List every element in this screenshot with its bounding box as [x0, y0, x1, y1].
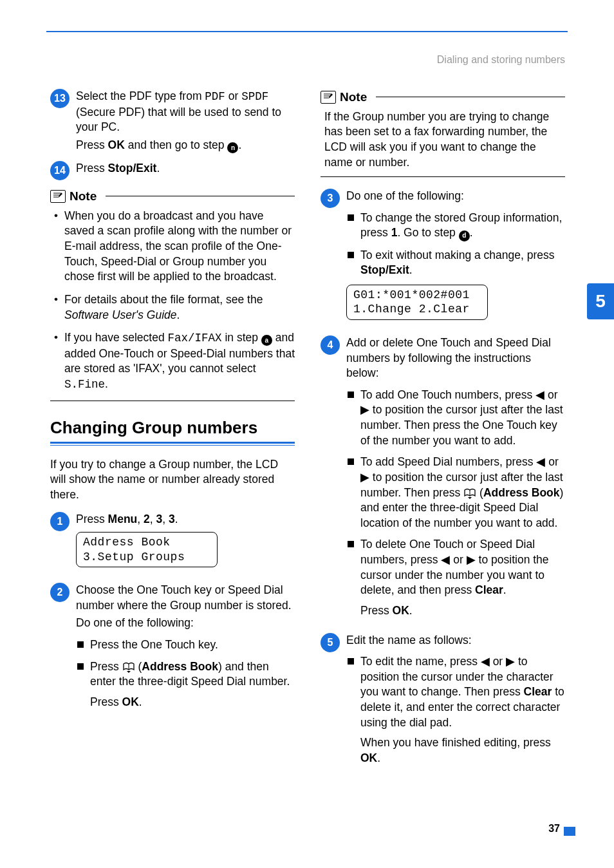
step-number-badge: 4	[321, 335, 340, 355]
ok-label: OK	[122, 695, 139, 708]
step-13-body: Select the PDF type from PDF or SPDF (Se…	[76, 89, 295, 153]
text: Press	[76, 162, 108, 175]
address-book-label: Address Book	[483, 486, 560, 499]
step-3: 3 Do one of the following: To change the…	[321, 189, 565, 328]
text: Press	[90, 695, 122, 708]
step-ref-icon: n	[227, 142, 238, 153]
menu-label: Menu	[108, 513, 138, 525]
heading-rule-thin	[50, 445, 295, 446]
text: To delete One Touch or Speed Dial number…	[360, 538, 549, 596]
list-item: To add One Touch numbers, press ◀ or ▶ t…	[346, 388, 565, 449]
step-4: 4 Add or delete One Touch and Speed Dial…	[321, 335, 565, 625]
text: or	[225, 90, 241, 102]
step-1: 1 Press Menu, 2, 3, 3. Address Book 3.Se…	[50, 512, 295, 576]
page-number: 37	[548, 822, 560, 836]
doc-title-italic: Software User's Guide	[64, 308, 177, 321]
step-number-badge: 1	[50, 512, 70, 531]
text: Select the PDF type from	[76, 90, 205, 102]
address-book-icon	[463, 486, 476, 499]
note-body: If the Group number you are trying to ch…	[321, 106, 565, 171]
text: ,	[137, 513, 144, 525]
step-3-body: Do one of the following: To change the s…	[346, 189, 565, 328]
step-2: 2 Choose the One Touch key or Speed Dial…	[50, 583, 295, 716]
note-title: Note	[340, 89, 367, 106]
text: .	[105, 377, 108, 390]
note-rule	[376, 97, 565, 97]
text: Press	[90, 660, 122, 673]
lcd-display: Address Book 3.Setup Groups	[76, 532, 218, 567]
step-5: 5 Edit the name as follows: To edit the …	[321, 633, 565, 773]
text: . Go to step	[397, 226, 458, 239]
lcd-display: G01:*001*002#001 1.Change 2.Clear	[346, 285, 488, 320]
note-head: Note	[50, 188, 295, 205]
left-column: 13 Select the PDF type from PDF or SPDF …	[50, 89, 295, 724]
note-title: Note	[70, 188, 97, 205]
text: Press	[360, 604, 393, 617]
list-item: To change the stored Group information, …	[346, 211, 565, 241]
code-fax-ifax: Fax/IFAX	[168, 332, 222, 344]
ok-label: OK	[360, 751, 377, 764]
text: (	[135, 660, 142, 673]
step-1-body: Press Menu, 2, 3, 3. Address Book 3.Setu…	[76, 512, 295, 576]
text: .	[238, 138, 241, 151]
press-ok: Press OK.	[90, 695, 295, 710]
list-item: To edit the name, press ◀ or ▶ to positi…	[346, 654, 565, 766]
text: For details about the file format, see t…	[64, 293, 263, 306]
step-4-body: Add or delete One Touch and Speed Dial n…	[346, 335, 565, 625]
address-book-icon	[122, 660, 135, 673]
text: Add or delete One Touch and Speed Dial n…	[346, 336, 551, 379]
step-13-press-ok: Press OK and then go to step n.	[76, 138, 295, 153]
note-body: When you do a broadcast and you have sav…	[50, 205, 295, 393]
text: To exit without making a change, press	[360, 249, 555, 261]
note-icon	[321, 91, 336, 104]
top-rule	[46, 31, 568, 32]
step-2-options: Press the One Touch key. Press (Address …	[76, 637, 295, 710]
address-book-label: Address Book	[142, 660, 218, 673]
note-block-2: Note If the Group number you are trying …	[321, 89, 565, 177]
key-1: 1	[391, 226, 398, 239]
step-number-badge: 14	[50, 161, 70, 180]
text: .	[409, 263, 413, 276]
text: ,	[162, 513, 169, 525]
stop-exit-label: Stop/Exit	[108, 162, 157, 175]
list-item: To exit without making a change, press S…	[346, 248, 565, 278]
text: .	[409, 604, 413, 617]
ok-label: OK	[108, 138, 125, 151]
note-item: When you do a broadcast and you have sav…	[54, 209, 295, 285]
step-number-badge: 3	[321, 189, 340, 208]
code-spdf: SPDF	[241, 90, 268, 103]
right-column: Note If the Group number you are trying …	[321, 89, 565, 780]
list-item: Press the One Touch key.	[76, 637, 295, 653]
step-number-badge: 5	[321, 633, 340, 652]
section-intro: If you try to change a Group number, the…	[50, 457, 295, 503]
text: (Secure PDF) that will be used to send t…	[76, 106, 281, 134]
text: Choose the One Touch key or Speed Dial n…	[76, 583, 292, 612]
section-heading: Changing Group numbers	[50, 417, 295, 439]
press-ok: Press OK.	[360, 603, 565, 619]
note-item: If you have selected Fax/IFAX in step a …	[54, 330, 295, 393]
text: .	[177, 308, 180, 321]
text: .	[175, 513, 178, 525]
key-3: 3	[156, 513, 163, 525]
step-5-options: To edit the name, press ◀ or ▶ to positi…	[346, 654, 565, 766]
step-4-options: To add One Touch numbers, press ◀ or ▶ t…	[346, 388, 565, 619]
step-5-body: Edit the name as follows: To edit the na…	[346, 633, 565, 773]
note-end-rule	[50, 401, 295, 401]
step-number-badge: 2	[50, 583, 70, 602]
text: To add One Touch numbers, press ◀ or ▶ t…	[360, 388, 563, 447]
note-icon	[50, 190, 66, 203]
stop-exit-label: Stop/Exit	[360, 263, 409, 276]
note-list: When you do a broadcast and you have sav…	[54, 209, 295, 393]
text: Do one of the following:	[346, 189, 464, 202]
text: .	[503, 583, 507, 596]
text: Edit the name as follows:	[346, 634, 472, 646]
finish-editing: When you have finished editing, press OK…	[360, 735, 565, 766]
list-item: To delete One Touch or Speed Dial number…	[346, 537, 565, 618]
code-pdf: PDF	[205, 90, 225, 103]
text: .	[156, 162, 160, 175]
text: ,	[150, 513, 156, 525]
ok-label: OK	[393, 604, 409, 617]
step-3-options: To change the stored Group information, …	[346, 211, 565, 278]
step-14: 14 Press Stop/Exit.	[50, 161, 295, 180]
step-2-body: Choose the One Touch key or Speed Dial n…	[76, 583, 295, 716]
